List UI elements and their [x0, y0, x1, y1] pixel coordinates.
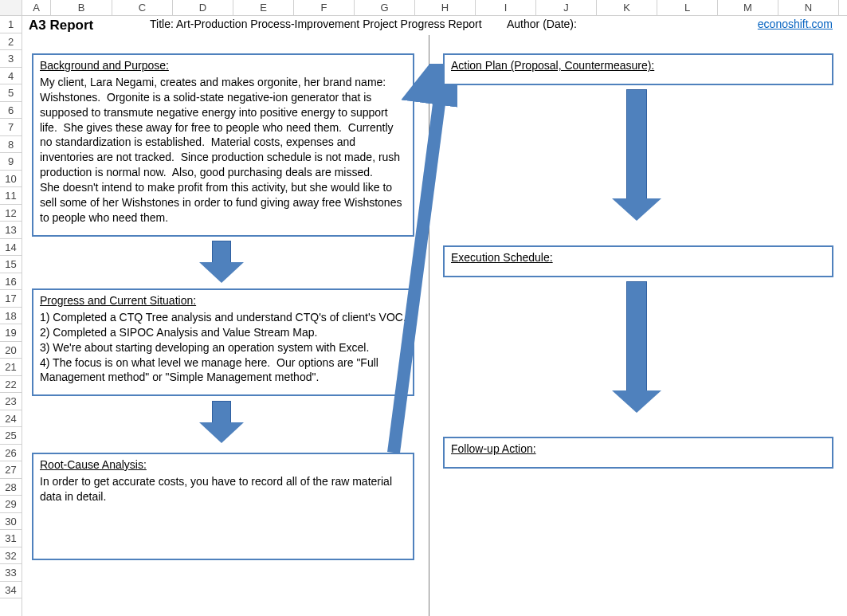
background-body: My client, Lara Negami, creates and make… — [40, 76, 405, 224]
row-header[interactable]: 31 — [0, 530, 22, 547]
row-header[interactable]: 21 — [0, 359, 22, 376]
row-header[interactable]: 15 — [0, 256, 22, 273]
column-header[interactable]: K — [597, 0, 657, 15]
column-header[interactable]: J — [536, 0, 597, 15]
row-header[interactable]: 20 — [0, 342, 22, 359]
row-header[interactable]: 26 — [0, 445, 22, 462]
row-header[interactable]: 19 — [0, 324, 22, 342]
progress-box: Progress and Current Situation: 1) Compl… — [32, 288, 414, 396]
execution-box: Execution Schedule: — [443, 245, 833, 277]
row-header[interactable]: 24 — [0, 410, 22, 428]
row-header[interactable]: 5 — [0, 84, 22, 102]
column-header[interactable]: M — [718, 0, 778, 15]
arrow-icon — [199, 401, 244, 442]
row-header[interactable]: 12 — [0, 205, 22, 222]
worksheet-area: A3 Report Title: Art-Production Process-… — [22, 16, 847, 616]
column-header[interactable]: L — [657, 0, 718, 15]
row-header[interactable]: 18 — [0, 308, 22, 325]
row-header[interactable]: 8 — [0, 136, 22, 154]
column-header[interactable]: I — [476, 0, 536, 15]
row-header[interactable]: 28 — [0, 479, 22, 496]
followup-box: Follow-up Action: — [443, 437, 833, 469]
column-header[interactable]: A — [22, 0, 51, 15]
column-header[interactable]: E — [233, 0, 294, 15]
column-header[interactable]: C — [112, 0, 173, 15]
row-header[interactable]: 25 — [0, 427, 22, 445]
column-headers: ABCDEFGHIJKLMN — [0, 0, 847, 16]
progress-body: 1) Completed a CTQ Tree analysis and und… — [40, 311, 406, 384]
arrow-icon — [612, 281, 661, 413]
row-header[interactable]: 7 — [0, 119, 22, 136]
center-divider — [429, 35, 429, 616]
column-header[interactable]: F — [294, 0, 355, 15]
row-header[interactable]: 33 — [0, 564, 22, 582]
row-header[interactable]: 1 — [0, 16, 22, 33]
row-header[interactable]: 34 — [0, 582, 22, 599]
row-header[interactable]: 27 — [0, 461, 22, 479]
row-header[interactable]: 13 — [0, 222, 22, 239]
rootcause-title: Root-Cause Analysis: — [40, 457, 406, 473]
column-header[interactable]: N — [778, 0, 839, 15]
author-date-label: Author (Date): — [507, 18, 577, 30]
action-plan-title: Action Plan (Proposal, Countermeasure): — [451, 58, 825, 73]
progress-title: Progress and Current Situation: — [40, 293, 406, 308]
row-header[interactable]: 3 — [0, 50, 22, 68]
report-title-label: Title: Art-Production Process-Improvemen… — [150, 18, 482, 30]
arrow-icon — [199, 241, 244, 282]
row-header[interactable]: 32 — [0, 547, 22, 565]
row-header[interactable]: 6 — [0, 102, 22, 120]
row-header[interactable]: 29 — [0, 496, 22, 513]
row-headers: 1234567891011121314151617181920212223242… — [0, 16, 22, 616]
row-header[interactable]: 23 — [0, 393, 22, 410]
row-header[interactable]: 11 — [0, 187, 22, 205]
row-header[interactable]: 14 — [0, 239, 22, 257]
row-header[interactable]: 22 — [0, 376, 22, 394]
background-box: Background and Purpose: My client, Lara … — [32, 53, 414, 237]
corner-cell — [0, 0, 22, 15]
arrow-icon — [612, 89, 661, 221]
report-title: A3 Report — [29, 18, 93, 33]
row-header[interactable]: 16 — [0, 273, 22, 291]
row-header[interactable]: 10 — [0, 171, 22, 188]
row-header[interactable]: 4 — [0, 68, 22, 85]
rootcause-box: Root-Cause Analysis: In order to get acc… — [32, 453, 414, 560]
row-header[interactable]: 9 — [0, 153, 22, 171]
row-header[interactable]: 2 — [0, 33, 22, 51]
row-header[interactable]: 30 — [0, 513, 22, 531]
column-header[interactable]: H — [415, 0, 476, 15]
column-header[interactable]: D — [173, 0, 233, 15]
background-title: Background and Purpose: — [40, 58, 406, 73]
column-header[interactable]: B — [51, 0, 112, 15]
action-plan-box: Action Plan (Proposal, Countermeasure): — [443, 53, 833, 85]
rootcause-body: In order to get accurate costs, you have… — [40, 475, 395, 503]
execution-title: Execution Schedule: — [451, 250, 825, 265]
report-header: A3 Report Title: Art-Production Process-… — [29, 18, 841, 33]
row-header[interactable]: 17 — [0, 290, 22, 308]
followup-title: Follow-up Action: — [451, 441, 825, 457]
source-link[interactable]: econoshift.com — [758, 18, 833, 30]
column-header[interactable]: G — [355, 0, 415, 15]
